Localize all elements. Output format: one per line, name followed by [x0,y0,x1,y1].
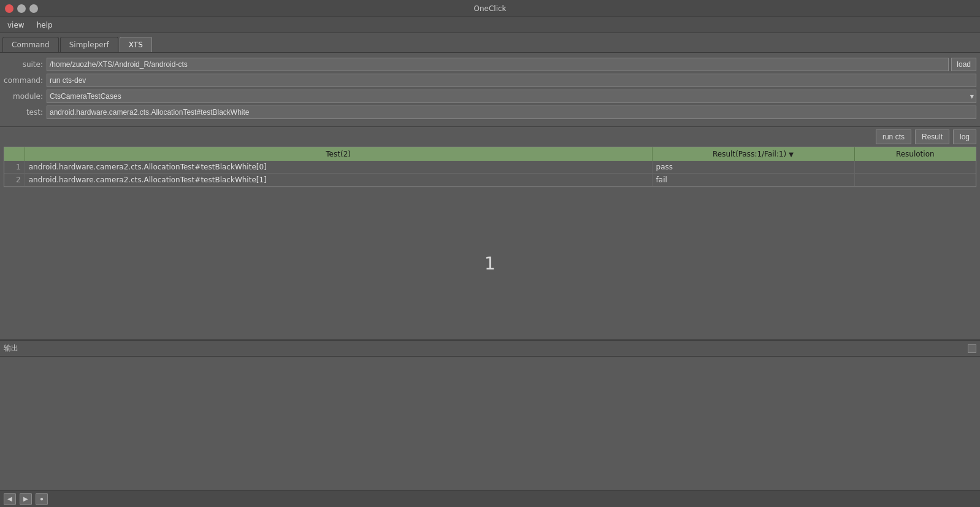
command-row: command: [4,74,976,87]
main-content: suite: load command: module: CtsCameraTe… [0,53,980,490]
table-row[interactable]: 1 android.hardware.camera2.cts.Allocatio… [4,161,976,174]
row-resolution [854,174,976,187]
test-row: test: [4,106,976,119]
col-test-header: Test(2) [25,147,652,161]
run-cts-button[interactable]: run cts [876,130,911,144]
status-next-button[interactable]: ▶ [20,493,32,505]
module-select[interactable]: CtsCameraTestCases [47,90,976,103]
row-test: android.hardware.camera2.cts.AllocationT… [25,174,652,187]
output-section: 输出 [0,339,980,490]
result-filter-icon[interactable]: ▼ [789,151,794,158]
maximize-button[interactable] [29,4,38,13]
suite-label: suite: [4,60,43,69]
menu-view[interactable]: view [2,20,29,31]
minimize-button[interactable] [17,4,26,13]
status-bar: ◀ ▶ ● [0,490,980,507]
status-prev-button[interactable]: ◀ [4,493,16,505]
row-test: android.hardware.camera2.cts.AllocationT… [25,161,652,174]
test-input[interactable] [47,106,976,119]
center-area: Test(2) Result(Pass:1/Fail:1) ▼ Resuloti… [0,147,980,339]
module-row: module: CtsCameraTestCases [4,90,976,103]
row-result: pass [652,161,854,174]
toolbar: run cts Result log [0,127,980,147]
row-result: fail [652,174,854,187]
suite-input-group: load [47,58,976,71]
module-label: module: [4,92,43,101]
output-toggle[interactable] [968,344,976,353]
suite-input[interactable] [47,58,949,71]
tab-simpleperf[interactable]: Simpleperf [60,37,118,52]
output-header: 输出 [0,341,980,357]
col-result-header: Result(Pass:1/Fail:1) ▼ [652,147,854,161]
status-record-button[interactable]: ● [36,493,48,505]
suite-row: suite: load [4,58,976,71]
menu-bar: view help [0,17,980,33]
row-resolution [854,161,976,174]
output-title: 输出 [4,343,18,354]
row-num: 2 [4,174,25,187]
table-row[interactable]: 2 android.hardware.camera2.cts.Allocatio… [4,174,976,187]
col-num-header [4,147,25,161]
load-button[interactable]: load [951,58,976,71]
menu-help[interactable]: help [32,20,58,31]
test-label: test: [4,108,43,117]
test-table: Test(2) Result(Pass:1/Fail:1) ▼ Resuloti… [4,147,976,187]
window-controls [5,4,38,13]
close-button[interactable] [5,4,13,13]
col-resolution-header: Resulotion [854,147,976,161]
output-body [0,357,980,490]
row-num: 1 [4,161,25,174]
tab-xts[interactable]: XTS [120,37,152,52]
module-select-wrapper: CtsCameraTestCases [47,90,976,103]
test-table-container: Test(2) Result(Pass:1/Fail:1) ▼ Resuloti… [4,147,976,187]
log-button[interactable]: log [953,130,976,144]
page-indicator: 1 [0,187,980,339]
tab-command[interactable]: Command [2,37,59,52]
result-button[interactable]: Result [915,130,949,144]
command-label: command: [4,76,43,85]
title-bar: OneClick [0,0,980,17]
tab-bar: Command Simpleperf XTS [0,33,980,53]
form-section: suite: load command: module: CtsCameraTe… [0,53,980,127]
window-title: OneClick [473,4,506,13]
command-input[interactable] [47,74,976,87]
